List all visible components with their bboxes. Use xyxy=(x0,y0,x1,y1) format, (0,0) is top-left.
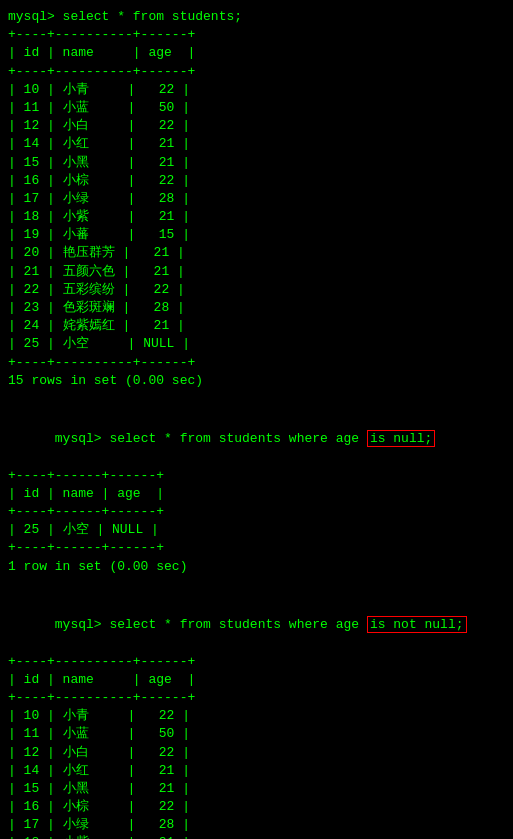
table-row: | 16 | 小棕 | 22 | xyxy=(8,172,505,190)
query1-section: mysql> select * from students; +----+---… xyxy=(8,8,505,390)
table-row: | 15 | 小黑 | 21 | xyxy=(8,780,505,798)
table-row: | 23 | 色彩斑斓 | 28 | xyxy=(8,299,505,317)
table-row: | 12 | 小白 | 22 | xyxy=(8,744,505,762)
table-row: | 11 | 小蓝 | 50 | xyxy=(8,725,505,743)
table-row: | 16 | 小棕 | 22 | xyxy=(8,798,505,816)
table1-top-border: +----+----------+------+ xyxy=(8,26,505,44)
table2-header: | id | name | age | xyxy=(8,485,505,503)
query3-line: mysql> select * from students where age … xyxy=(8,598,505,653)
table3-header: | id | name | age | xyxy=(8,671,505,689)
table-row: | 10 | 小青 | 22 | xyxy=(8,81,505,99)
table-row: | 17 | 小绿 | 28 | xyxy=(8,190,505,208)
query3-highlight: is not null; xyxy=(367,616,467,633)
table-row: | 11 | 小蓝 | 50 | xyxy=(8,99,505,117)
blank2 xyxy=(8,580,505,598)
table-row: | 24 | 姹紫嫣红 | 21 | xyxy=(8,317,505,335)
table-row: | 15 | 小黑 | 21 | xyxy=(8,154,505,172)
table-row: | 22 | 五彩缤纷 | 22 | xyxy=(8,281,505,299)
query2-prefix: mysql> select * from students where age xyxy=(55,431,367,446)
table2-rows: | 25 | 小空 | NULL | xyxy=(8,521,505,539)
query2-line: mysql> select * from students where age … xyxy=(8,412,505,467)
table1-header: | id | name | age | xyxy=(8,44,505,62)
table-row: | 14 | 小红 | 21 | xyxy=(8,762,505,780)
table-row: | 25 | 小空 | NULL | xyxy=(8,521,505,539)
table-row: | 17 | 小绿 | 28 | xyxy=(8,816,505,834)
table2-top-border: +----+------+------+ xyxy=(8,467,505,485)
table-row: | 12 | 小白 | 22 | xyxy=(8,117,505,135)
query3-section: mysql> select * from students where age … xyxy=(8,598,505,839)
table2-rowcount: 1 row in set (0.00 sec) xyxy=(8,558,505,576)
terminal-container: mysql> select * from students; +----+---… xyxy=(8,8,505,839)
table-row: | 20 | 艳压群芳 | 21 | xyxy=(8,244,505,262)
table-row: | 19 | 小蕃 | 15 | xyxy=(8,226,505,244)
query1-line: mysql> select * from students; xyxy=(8,8,505,26)
table1-rows: | 10 | 小青 | 22 || 11 | 小蓝 | 50 || 12 | 小… xyxy=(8,81,505,354)
table-row: | 18 | 小紫 | 21 | xyxy=(8,208,505,226)
table-row: | 10 | 小青 | 22 | xyxy=(8,707,505,725)
table2-bottom-border: +----+------+------+ xyxy=(8,539,505,557)
blank1 xyxy=(8,394,505,412)
query3-prefix: mysql> select * from students where age xyxy=(55,617,367,632)
query2-section: mysql> select * from students where age … xyxy=(8,412,505,576)
table1-rowcount: 15 rows in set (0.00 sec) xyxy=(8,372,505,390)
table3-rows: | 10 | 小青 | 22 || 11 | 小蓝 | 50 || 12 | 小… xyxy=(8,707,505,839)
table-row: | 18 | 小紫 | 21 | xyxy=(8,834,505,839)
table1-header-border: +----+----------+------+ xyxy=(8,63,505,81)
table1-bottom-border: +----+----------+------+ xyxy=(8,354,505,372)
table-row: | 25 | 小空 | NULL | xyxy=(8,335,505,353)
table-row: | 21 | 五颜六色 | 21 | xyxy=(8,263,505,281)
table3-top-border: +----+----------+------+ xyxy=(8,653,505,671)
table3-header-border: +----+----------+------+ xyxy=(8,689,505,707)
query2-highlight: is null; xyxy=(367,430,435,447)
table2-header-border: +----+------+------+ xyxy=(8,503,505,521)
table-row: | 14 | 小红 | 21 | xyxy=(8,135,505,153)
